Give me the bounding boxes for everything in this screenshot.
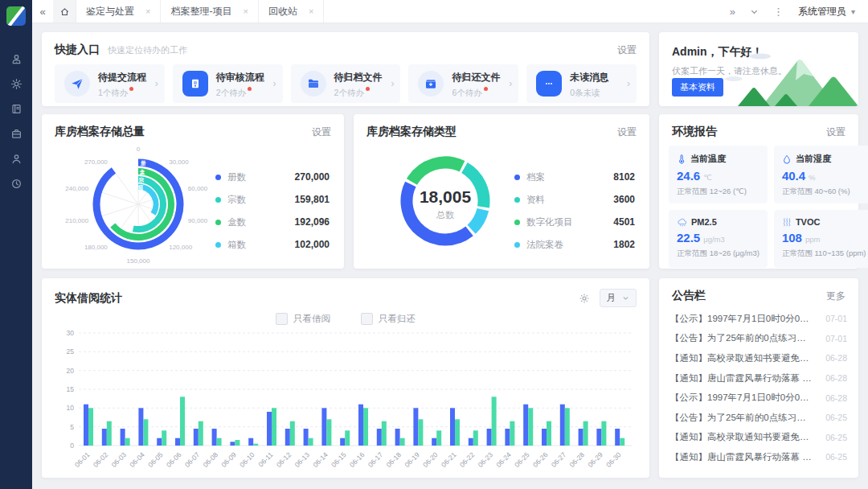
env-range: 正常范围 18~26 (μg/m3)	[677, 249, 760, 259]
env-range: 正常范围 40~60 (%)	[782, 187, 866, 197]
close-icon[interactable]: ×	[243, 7, 248, 16]
svg-text:06-03: 06-03	[110, 450, 129, 469]
svg-text:240,000: 240,000	[65, 185, 88, 192]
quick-card-pending-submit[interactable]: 待提交流程 1个待办 ›	[55, 64, 165, 103]
svg-text:盒: 盒	[139, 169, 145, 175]
chevron-down-icon	[622, 294, 629, 302]
announcement-text: 【公示】1997年7月1日0时0分0秒，铭记这一历史时刻	[670, 392, 815, 404]
checkbox-return-only[interactable]: 只看归还	[361, 313, 416, 325]
announcement-date: 07-01	[825, 334, 847, 343]
settings-link[interactable]: 设置	[826, 125, 845, 139]
checkbox[interactable]	[276, 313, 288, 325]
svg-text:06-10: 06-10	[238, 450, 256, 469]
more-link[interactable]: 更多	[826, 290, 845, 303]
user-menu[interactable]: 系统管理员 ▾	[798, 5, 855, 18]
sidebar-item-user[interactable]	[0, 146, 32, 171]
checkbox-borrow-only[interactable]: 只看借阅	[276, 313, 330, 325]
announcement-item[interactable]: 【公示】1997年7月1日0时0分0秒，铭记这一历史时刻 07-01	[670, 309, 847, 329]
audit-doc-icon	[182, 71, 208, 97]
announcement-date: 06-28	[825, 353, 847, 363]
sidebar-item-history[interactable]	[0, 171, 32, 196]
svg-text:06-22: 06-22	[458, 450, 477, 469]
quick-card-sub: 1个待办	[98, 88, 128, 99]
checkbox-label: 只看借阅	[293, 313, 330, 325]
folder-icon	[301, 71, 326, 97]
chevron-down-icon[interactable]	[750, 7, 759, 16]
period-select[interactable]: 月	[600, 289, 637, 307]
clock-icon	[10, 178, 23, 190]
svg-text:册: 册	[140, 160, 146, 166]
tab-home[interactable]	[53, 0, 76, 23]
tab-appraisal[interactable]: 鉴定与处置 ×	[76, 0, 161, 23]
announcement-item[interactable]: 【通知】唐山雷霆风暴行动落幕 有结果了吗 06-28	[670, 368, 847, 388]
droplet-icon	[782, 154, 792, 164]
announcement-date: 06-28	[825, 373, 847, 383]
topbar: « 鉴定与处置 × 档案整理-项目 × 回收站 × » ⋮ 系统管理员 ▾	[32, 0, 868, 23]
sidebar-item-storage[interactable]	[0, 121, 32, 146]
svg-text:18,005: 18,005	[420, 187, 472, 206]
settings-link[interactable]: 设置	[312, 125, 331, 139]
svg-text:60,000: 60,000	[188, 185, 208, 192]
tab-recycle-bin[interactable]: 回收站 ×	[259, 0, 324, 23]
chart-settings-button[interactable]	[579, 293, 590, 304]
svg-text:25: 25	[67, 347, 75, 355]
chevron-right-icon: ›	[391, 78, 394, 89]
settings-link[interactable]: 设置	[617, 43, 637, 57]
quick-card-unread-messages[interactable]: 未读消息 0条未读 ›	[526, 64, 637, 103]
announcement-item[interactable]: 【公示】1997年7月1日0时0分0秒，铭记这一历史时刻 06-28	[670, 388, 847, 408]
svg-text:06-28: 06-28	[568, 450, 587, 469]
sidebar-item-user-audit[interactable]	[0, 47, 32, 72]
sidebar-item-archive[interactable]	[0, 97, 32, 121]
svg-text:90,000: 90,000	[188, 217, 208, 224]
legend-row: 法院案卷1802	[514, 233, 635, 256]
svg-text:06-19: 06-19	[403, 450, 421, 469]
announcement-text: 【公告】为了25年前的0点练习了上万次	[670, 332, 815, 344]
gear-icon	[10, 78, 23, 90]
quick-card-label: 待归还文件	[452, 72, 500, 83]
svg-text:06-23: 06-23	[477, 450, 495, 469]
expand-tabs-button[interactable]: »	[730, 6, 735, 18]
announcement-item[interactable]: 【公告】为了25年前的0点练习了上万次 06-25	[670, 408, 847, 428]
sidebar	[0, 0, 32, 489]
env-tile-tvoc: TVOC 108ppm 正常范围 110~135 (ppm)	[774, 210, 868, 268]
more-vertical-icon[interactable]: ⋮	[773, 6, 784, 18]
announcement-item[interactable]: 【通知】高校录取通知书要避免铺张浪费 06-25	[670, 428, 847, 448]
env-range: 正常范围 110~135 (ppm)	[782, 249, 866, 259]
svg-text:0: 0	[70, 442, 74, 450]
svg-text:06-09: 06-09	[219, 450, 238, 469]
announcement-item[interactable]: 【通知】高校录取通知书要避免铺张浪费 06-28	[670, 348, 847, 368]
svg-text:30: 30	[67, 329, 75, 337]
svg-text:06-12: 06-12	[275, 450, 293, 469]
announcement-item[interactable]: 【公告】为了25年前的0点练习了上万次 07-01	[670, 329, 847, 349]
legend-row: 资料3600	[514, 188, 635, 211]
announcement-date: 06-25	[825, 433, 847, 442]
checkbox[interactable]	[361, 313, 373, 325]
settings-link[interactable]: 设置	[617, 125, 637, 139]
app-logo[interactable]	[6, 6, 26, 26]
quick-card-pending-review[interactable]: 待审核流程 2个待办 ›	[173, 64, 283, 103]
inbox-return-icon	[418, 71, 444, 97]
tvoc-icon	[782, 217, 792, 227]
svg-text:10: 10	[67, 404, 75, 412]
sidebar-item-settings[interactable]	[0, 72, 32, 97]
close-icon[interactable]: ×	[309, 7, 313, 16]
quick-card-pending-return[interactable]: 待归还文件 6个待办 ›	[408, 64, 518, 103]
chevron-right-icon: ›	[155, 78, 158, 89]
svg-text:180,000: 180,000	[84, 244, 108, 251]
collapse-tabs-button[interactable]: «	[32, 0, 53, 23]
legend-row: 档案8102	[514, 166, 635, 188]
svg-text:06-05: 06-05	[146, 450, 165, 469]
tab-archive-project[interactable]: 档案整理-项目 ×	[161, 0, 258, 23]
svg-text:06-24: 06-24	[494, 450, 513, 469]
quick-card-label: 待审核流程	[216, 72, 264, 83]
close-icon[interactable]: ×	[145, 7, 150, 16]
quick-card-label: 未读消息	[570, 72, 608, 83]
legend-row: 册数270,000	[215, 166, 330, 188]
announcement-date: 06-28	[825, 393, 847, 403]
storage-type-panel: 库房档案存储类型 设置 18,005总数 档案8102 资料3600 数字化项目…	[354, 114, 649, 269]
tab-label: 档案整理-项目	[170, 5, 231, 18]
quick-card-pending-file[interactable]: 待归档文件 2个待办 ›	[291, 64, 401, 103]
announcement-item[interactable]: 【通知】唐山雷霆风暴行动落幕 有结果了吗 06-25	[670, 447, 847, 467]
storage-type-legend: 档案8102 资料3600 数字化项目4501 法院案卷1802	[514, 166, 635, 256]
profile-button[interactable]: 基本资料	[672, 78, 723, 97]
